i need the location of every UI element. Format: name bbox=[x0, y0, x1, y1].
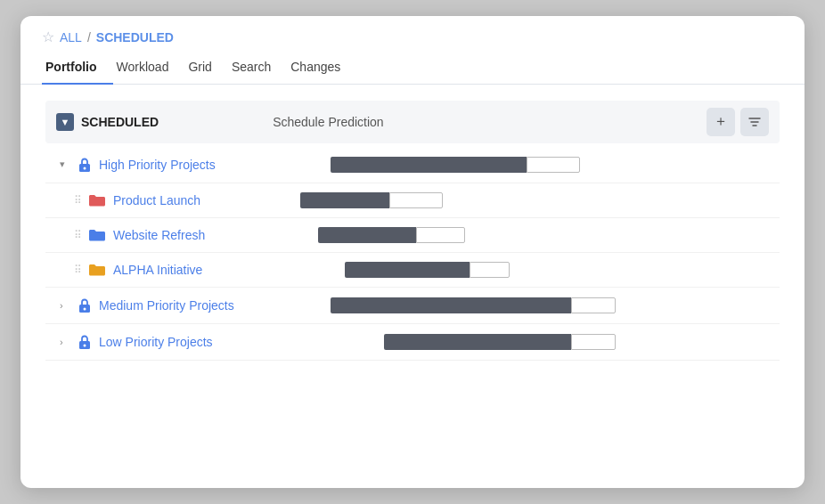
lock-icon-low bbox=[76, 333, 94, 351]
folder-icon-website-refresh bbox=[88, 226, 106, 244]
main-window: ☆ ALL / SCHEDULED Portfolio Workload Gri… bbox=[20, 16, 805, 488]
filter-button[interactable] bbox=[740, 108, 769, 136]
high-priority-bar-container bbox=[295, 157, 769, 173]
tab-workload[interactable]: Workload bbox=[113, 53, 185, 85]
website-refresh-bar-container bbox=[291, 227, 769, 243]
product-launch-bar bbox=[300, 192, 443, 208]
medium-priority-bar-container bbox=[295, 297, 769, 313]
website-refresh-name: Website Refresh bbox=[113, 228, 291, 242]
low-priority-bar-container bbox=[295, 334, 769, 350]
breadcrumb-current[interactable]: SCHEDULED bbox=[96, 30, 174, 45]
schedule-prediction-label: Schedule Prediction bbox=[273, 115, 384, 129]
medium-priority-bar bbox=[331, 297, 616, 313]
website-refresh-bar bbox=[318, 227, 465, 243]
breadcrumb: ☆ ALL / SCHEDULED bbox=[20, 16, 805, 45]
alpha-bar-empty bbox=[470, 262, 510, 278]
high-priority-bar bbox=[331, 157, 580, 173]
product-launch-bar-empty bbox=[389, 192, 443, 208]
high-priority-name: High Priority Projects bbox=[99, 158, 295, 172]
high-priority-bar-empty bbox=[527, 157, 580, 173]
drag-handle[interactable]: ⠿ bbox=[74, 264, 83, 276]
tab-portfolio[interactable]: Portfolio bbox=[42, 53, 113, 85]
alpha-initiative-bar-container bbox=[291, 262, 769, 278]
header-buttons: ＋ bbox=[707, 108, 769, 136]
tab-search[interactable]: Search bbox=[228, 53, 287, 85]
section-title: SCHEDULED bbox=[81, 115, 159, 129]
sub-row-website-refresh[interactable]: ⠿ Website Refresh bbox=[45, 218, 780, 253]
product-launch-bar-container bbox=[291, 192, 769, 208]
tab-grid[interactable]: Grid bbox=[184, 53, 227, 85]
folder-icon-alpha bbox=[88, 261, 106, 279]
drag-handle[interactable]: ⠿ bbox=[74, 194, 83, 207]
lock-icon-high bbox=[76, 156, 94, 174]
tab-changes[interactable]: Changes bbox=[287, 53, 356, 85]
group-low-priority[interactable]: › Low Priority Projects bbox=[45, 324, 780, 361]
alpha-initiative-bar bbox=[345, 262, 510, 278]
dropdown-icon[interactable]: ▼ bbox=[56, 113, 74, 131]
svg-point-5 bbox=[84, 344, 86, 346]
high-priority-bar-filled bbox=[331, 157, 527, 173]
section-header-left: ▼ SCHEDULED Schedule Prediction bbox=[56, 113, 707, 131]
svg-point-3 bbox=[84, 307, 86, 310]
sub-row-alpha-initiative[interactable]: ⠿ ALPHA Initiative bbox=[45, 253, 780, 288]
svg-point-1 bbox=[84, 167, 86, 169]
low-priority-name: Low Priority Projects bbox=[99, 335, 295, 349]
sub-row-product-launch[interactable]: ⠿ Product Launch bbox=[45, 183, 780, 218]
group-high-priority[interactable]: ▾ High Priority Projects bbox=[45, 147, 780, 183]
alpha-initiative-name: ALPHA Initiative bbox=[113, 263, 291, 277]
product-launch-name: Product Launch bbox=[113, 193, 291, 207]
medium-bar-empty bbox=[571, 297, 616, 313]
medium-priority-name: Medium Priority Projects bbox=[99, 298, 295, 313]
lock-icon-medium bbox=[76, 297, 94, 314]
section-header: ▼ SCHEDULED Schedule Prediction ＋ bbox=[45, 101, 780, 143]
medium-bar-filled bbox=[331, 297, 571, 313]
product-launch-bar-filled bbox=[300, 192, 389, 208]
group-medium-priority[interactable]: › Medium Priority Projects bbox=[45, 288, 780, 324]
star-icon: ☆ bbox=[42, 28, 54, 45]
expand-icon-medium: › bbox=[60, 300, 70, 311]
drag-handle[interactable]: ⠿ bbox=[74, 229, 83, 241]
low-bar-empty bbox=[571, 334, 616, 350]
low-priority-bar bbox=[384, 334, 616, 350]
folder-icon-product-launch bbox=[88, 191, 106, 209]
tab-bar: Portfolio Workload Grid Search Changes bbox=[20, 47, 805, 85]
main-content: ▼ SCHEDULED Schedule Prediction ＋ ▾ bbox=[20, 85, 805, 382]
breadcrumb-all[interactable]: ALL bbox=[60, 30, 82, 45]
website-refresh-bar-filled bbox=[318, 227, 416, 243]
expand-icon-low: › bbox=[60, 337, 70, 347]
alpha-bar-filled bbox=[345, 262, 470, 278]
low-bar-filled bbox=[384, 334, 571, 350]
add-button[interactable]: ＋ bbox=[707, 108, 735, 136]
expand-icon: ▾ bbox=[60, 159, 70, 170]
website-refresh-bar-empty bbox=[416, 227, 465, 243]
breadcrumb-sep: / bbox=[87, 30, 91, 45]
